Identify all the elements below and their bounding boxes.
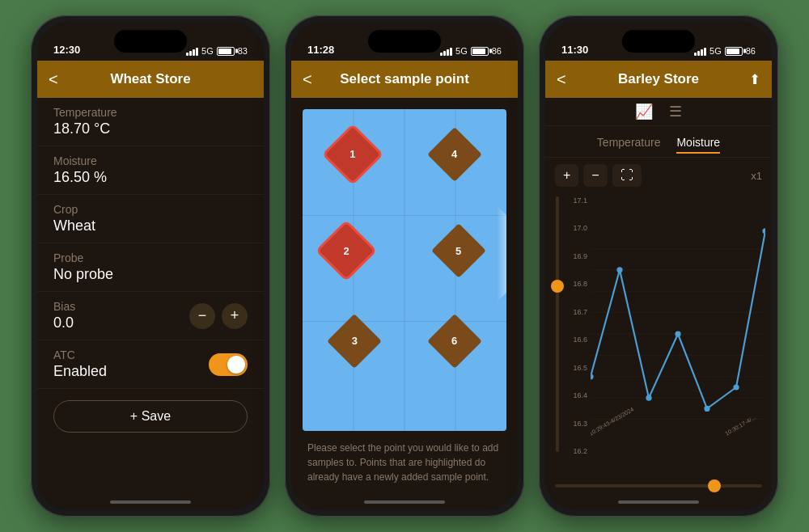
status-icons-2: 5G 86 xyxy=(440,46,502,56)
share-button[interactable]: ⬆ xyxy=(749,71,760,88)
bias-row: Bias 0.0 − + xyxy=(37,292,264,340)
y-label-1: 17.0 xyxy=(566,224,587,232)
sample-point-3[interactable]: 3 xyxy=(335,322,374,361)
chart-list-icon[interactable]: ☰ xyxy=(669,103,682,120)
h-slider-track xyxy=(555,484,762,488)
atc-toggle[interactable] xyxy=(209,353,248,376)
chart-container: 17.1 17.0 16.9 16.8 16.7 16.6 16.5 16.4 … xyxy=(545,193,772,494)
y-label-9: 16.2 xyxy=(566,447,587,455)
atc-value: Enabled xyxy=(53,363,107,380)
phone-3: 11:30 5G 86 < Barley Store ⬆ 📈 ☰ xyxy=(539,15,778,517)
tab-moisture[interactable]: Moisture xyxy=(676,133,720,154)
torn-edge xyxy=(497,205,506,302)
moisture-value: 16.50 % xyxy=(53,169,248,186)
bias-decrease-button[interactable]: − xyxy=(189,303,215,329)
bottom-slider[interactable] xyxy=(545,481,772,494)
home-bar-3 xyxy=(618,500,699,504)
battery-pct-2: 86 xyxy=(492,46,502,56)
home-bar-2 xyxy=(364,500,445,504)
sample-point-4[interactable]: 4 xyxy=(435,135,474,174)
bias-label: Bias xyxy=(53,300,75,313)
y-label-8: 16.3 xyxy=(566,420,587,428)
battery-icon-1 xyxy=(217,47,235,56)
back-button-3[interactable]: < xyxy=(557,70,566,89)
y-axis: 17.1 17.0 16.9 16.8 16.7 16.6 16.5 16.4 … xyxy=(566,193,591,475)
chart-tabs: Temperature Moisture xyxy=(545,126,772,158)
header-title-1: Wheat Store xyxy=(110,71,190,87)
y-label-6: 16.5 xyxy=(566,364,587,372)
home-bar-1 xyxy=(110,500,191,504)
line-chart: 10:29:43-4/23/2024 10:30:17-4/... xyxy=(591,193,765,475)
probe-label: Probe xyxy=(53,251,248,264)
chart-point-0 xyxy=(591,374,594,379)
probe-value: No probe xyxy=(53,266,248,283)
chart-area: 17.1 17.0 16.9 16.8 16.7 16.6 16.5 16.4 … xyxy=(545,193,772,481)
header-2: < Select sample point xyxy=(291,61,518,98)
status-icons-3: 5G 86 xyxy=(694,46,756,56)
atc-row: ATC Enabled xyxy=(37,340,264,389)
y-label-7: 16.4 xyxy=(566,391,587,399)
sample-point-6[interactable]: 6 xyxy=(435,322,474,361)
zoom-out-button[interactable]: − xyxy=(583,164,607,187)
sample-point-1[interactable]: 1 xyxy=(333,135,372,174)
chart-point-4 xyxy=(704,406,709,412)
x-label-0: 10:29:43-4/23/2024 xyxy=(591,406,635,437)
dynamic-island-3 xyxy=(622,30,695,53)
sample-point-5[interactable]: 5 xyxy=(439,231,478,270)
chart-line-icon[interactable]: 📈 xyxy=(635,103,653,120)
atc-left: ATC Enabled xyxy=(53,348,107,380)
status-time-3: 11:30 xyxy=(561,44,588,56)
scale-label: x1 xyxy=(751,170,762,182)
battery-icon-2 xyxy=(471,47,489,56)
chart-svg: 10:29:43-4/23/2024 10:30:17-4/... xyxy=(591,193,765,475)
wheat-content: Temperature 18.70 °C Moisture 16.50 % Cr… xyxy=(37,98,264,494)
atc-label: ATC xyxy=(53,348,107,361)
temperature-label: Temperature xyxy=(53,106,248,119)
phones-container: 12:30 5G 83 < Wheat Store Temperatur xyxy=(23,7,786,525)
y-label-2: 16.9 xyxy=(566,252,587,260)
probe-row: Probe No probe xyxy=(37,243,264,292)
moisture-row: Moisture 16.50 % xyxy=(37,146,264,195)
temperature-value: 18.70 °C xyxy=(53,120,248,137)
y-label-5: 16.6 xyxy=(566,336,587,344)
back-button-2[interactable]: < xyxy=(303,70,312,89)
crop-row: Crop Wheat xyxy=(37,195,264,243)
bias-increase-button[interactable]: + xyxy=(222,303,248,329)
back-button-1[interactable]: < xyxy=(49,70,58,89)
y-label-3: 16.8 xyxy=(566,280,587,288)
sample-content: 1 2 3 4 xyxy=(291,98,518,494)
v-slider-thumb[interactable] xyxy=(551,280,564,293)
chart-toolbar: + − ⛶ x1 xyxy=(545,158,772,193)
h-slider-thumb[interactable] xyxy=(708,479,721,492)
x-label-1: 10:30:17-4/... xyxy=(724,414,757,437)
sample-point-2[interactable]: 2 xyxy=(327,231,366,270)
header-title-3: Barley Store xyxy=(618,71,699,87)
dynamic-island-1 xyxy=(114,30,187,53)
crop-value: Wheat xyxy=(53,217,248,234)
chart-point-3 xyxy=(675,331,680,336)
tab-temperature[interactable]: Temperature xyxy=(597,133,661,154)
status-time-2: 11:28 xyxy=(307,44,334,56)
expand-button[interactable]: ⛶ xyxy=(612,164,642,187)
phone-2: 11:28 5G 86 < Select sample point xyxy=(285,15,524,517)
chart-point-5 xyxy=(733,384,739,390)
header-title-2: Select sample point xyxy=(340,71,469,87)
vertical-slider[interactable] xyxy=(552,193,566,475)
signal-bars-3 xyxy=(694,47,706,56)
chart-point-1 xyxy=(616,267,622,272)
home-indicator-2 xyxy=(291,494,518,510)
zoom-in-button[interactable]: + xyxy=(555,164,578,187)
save-label: + Save xyxy=(130,409,171,424)
moisture-label: Moisture xyxy=(53,154,248,167)
bias-controls: − + xyxy=(189,303,248,329)
status-time-1: 12:30 xyxy=(53,44,80,56)
home-indicator-3 xyxy=(545,494,772,510)
chart-point-6 xyxy=(762,228,765,234)
dynamic-island-2 xyxy=(368,30,441,53)
save-button[interactable]: + Save xyxy=(53,400,248,433)
header-3: < Barley Store ⬆ xyxy=(545,61,772,98)
bias-value: 0.0 xyxy=(53,315,75,331)
network-type-2: 5G xyxy=(455,46,468,56)
phone-1: 12:30 5G 83 < Wheat Store Temperatur xyxy=(31,15,270,517)
signal-bars-1 xyxy=(186,47,198,56)
